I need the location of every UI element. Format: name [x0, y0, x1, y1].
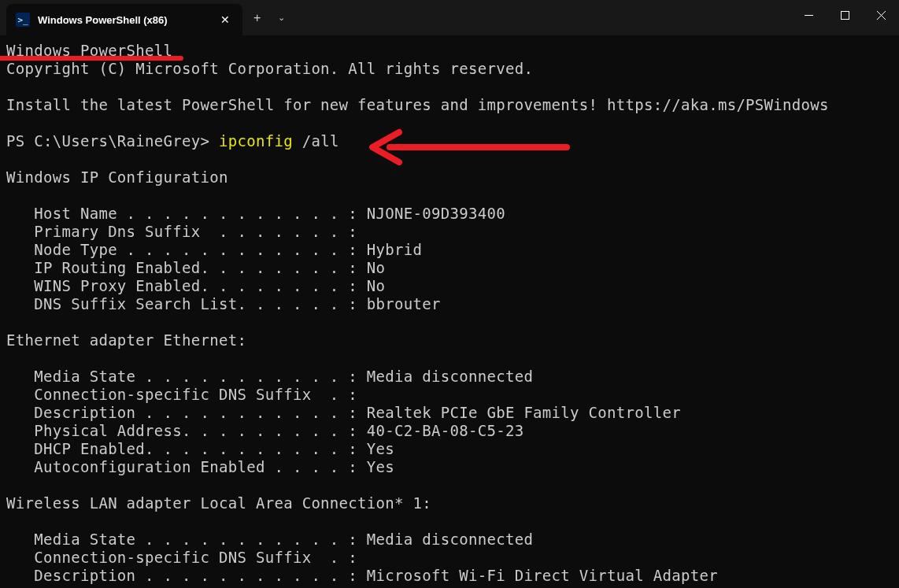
window-close-button[interactable] [863, 0, 899, 30]
ipconfig-line: IP Routing Enabled. . . . . . . . : No [6, 259, 385, 276]
prompt: PS C:\Users\RaineGrey> [6, 132, 219, 150]
wlan-line: Description . . . . . . . . . . . : Micr… [6, 567, 718, 584]
ipconfig-line: Primary Dns Suffix . . . . . . . : [6, 223, 357, 240]
terminal-output[interactable]: Windows PowerShell Copyright (C) Microso… [0, 35, 899, 588]
section-wlan: Wireless LAN adapter Local Area Connecti… [6, 494, 431, 512]
minimize-button[interactable] [790, 0, 827, 30]
install-message: Install the latest PowerShell for new fe… [6, 96, 829, 113]
tab-title: Windows PowerShell (x86) [38, 14, 209, 26]
ipconfig-line: Host Name . . . . . . . . . . . . : NJON… [6, 205, 505, 222]
svg-rect-1 [841, 11, 849, 19]
wlan-line: Connection-specific DNS Suffix . : [6, 549, 357, 566]
ipconfig-line: DNS Suffix Search List. . . . . . : bbro… [6, 295, 441, 312]
tab-dropdown-button[interactable]: ⌄ [272, 13, 291, 23]
ipconfig-line: WINS Proxy Enabled. . . . . . . . : No [6, 277, 385, 294]
titlebar: >_ Windows PowerShell (x86) ✕ + ⌄ [0, 0, 899, 35]
active-tab[interactable]: >_ Windows PowerShell (x86) ✕ [6, 4, 242, 35]
close-tab-button[interactable]: ✕ [217, 10, 233, 29]
new-tab-button[interactable]: + [242, 11, 272, 25]
maximize-button[interactable] [827, 0, 863, 30]
command-args: /all [293, 132, 339, 150]
window-controls [790, 0, 899, 30]
ethernet-line: Autoconfiguration Enabled . . . . : Yes [6, 458, 394, 475]
wlan-line: Media State . . . . . . . . . . . : Medi… [6, 531, 533, 548]
red-underline-annotation [0, 56, 183, 61]
ethernet-line: Physical Address. . . . . . . . . : 40-C… [6, 422, 523, 439]
powershell-icon: >_ [16, 13, 30, 27]
ethernet-line: DHCP Enabled. . . . . . . . . . . : Yes [6, 440, 394, 457]
ethernet-line: Connection-specific DNS Suffix . : [6, 386, 357, 403]
ipconfig-line: Node Type . . . . . . . . . . . . : Hybr… [6, 241, 422, 258]
section-ethernet: Ethernet adapter Ethernet: [6, 331, 246, 349]
section-ipconfig: Windows IP Configuration [6, 168, 228, 186]
ethernet-line: Description . . . . . . . . . . . : Real… [6, 404, 681, 421]
ethernet-line: Media State . . . . . . . . . . . : Medi… [6, 368, 533, 385]
command: ipconfig [219, 132, 293, 150]
red-arrow-annotation [366, 128, 571, 167]
ps-header-2: Copyright (C) Microsoft Corporation. All… [6, 60, 533, 77]
